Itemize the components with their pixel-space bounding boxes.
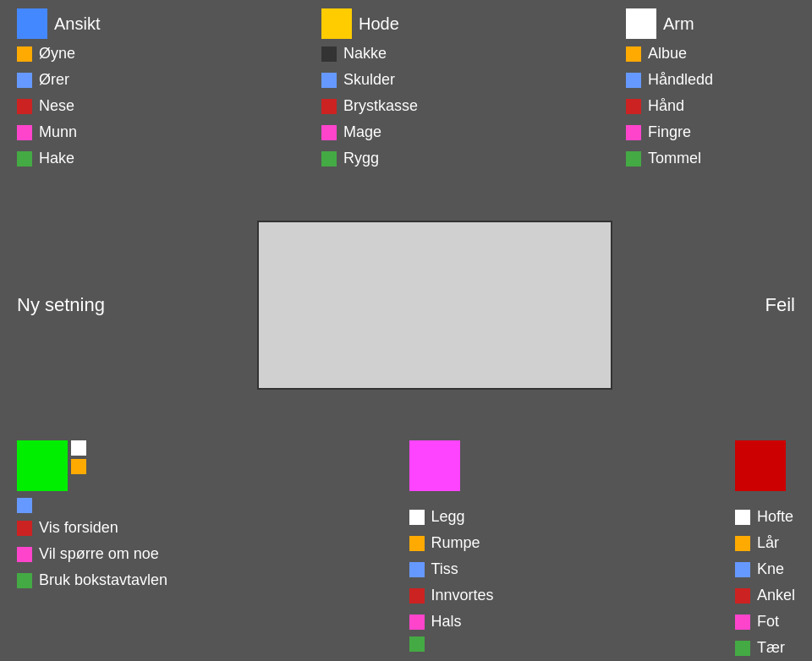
list-item[interactable]: Albue: [626, 42, 795, 65]
bottom-section: Vis forsiden Vil spørre om noe Bruk boks…: [0, 432, 812, 661]
magenta-large-swatch: [409, 440, 460, 491]
top-section: Ansikt Øyne Ører Nese Munn Hake Hode: [0, 0, 812, 178]
green-large-swatch: [17, 440, 68, 491]
list-item[interactable]: Mage: [321, 121, 491, 144]
hode-swatch: [321, 8, 352, 39]
list-item[interactable]: Rygg: [321, 147, 491, 170]
vis-forsiden-item[interactable]: Vis forsiden: [17, 516, 167, 539]
item-label: Håndledd: [648, 68, 713, 91]
brystkasse-swatch: [321, 99, 337, 114]
bruk-bokstavtavlen-item[interactable]: Bruk bokstavtavlen: [17, 569, 167, 592]
item-label: Ansikt: [54, 11, 100, 36]
white-small-swatch: [71, 440, 86, 456]
list-item[interactable]: Hode: [321, 8, 491, 39]
item-label: Skulder: [343, 68, 395, 91]
innvortes-swatch: [409, 588, 425, 604]
innvortes-item[interactable]: Innvortes: [409, 584, 494, 607]
tommel-swatch: [626, 151, 641, 167]
item-label: Ører: [39, 68, 69, 91]
ankel-item[interactable]: Ankel: [735, 584, 795, 607]
taer-item[interactable]: Tær: [735, 636, 795, 659]
canvas-area[interactable]: [257, 221, 612, 390]
list-item[interactable]: Nakke: [321, 42, 491, 65]
list-item[interactable]: Hånd: [626, 95, 795, 117]
ankel-swatch: [735, 588, 750, 604]
kne-item[interactable]: Kne: [735, 558, 795, 581]
list-item[interactable]: Tommel: [626, 147, 795, 170]
hofte-item[interactable]: Hofte: [735, 505, 795, 528]
mage-swatch: [321, 125, 337, 140]
item-label: Vis forsiden: [39, 516, 118, 539]
hake-swatch: [17, 151, 32, 167]
list-item[interactable]: Nese: [17, 95, 186, 117]
list-item[interactable]: Ansikt: [17, 8, 186, 39]
nese-swatch: [17, 99, 32, 114]
lar-item[interactable]: Lår: [735, 532, 795, 554]
taer-swatch: [735, 641, 750, 656]
item-label: Tiss: [431, 558, 458, 581]
bottom-col1: Vis forsiden Vil spørre om noe Bruk boks…: [17, 440, 167, 659]
item-label: Vil spørre om noe: [39, 543, 159, 565]
middle-section: Ny setning Feil: [0, 195, 812, 415]
vis-forsiden-swatch: [17, 521, 32, 536]
item-label: Albue: [648, 42, 687, 65]
item-label: Nakke: [343, 42, 387, 65]
rumpe-item[interactable]: Rumpe: [409, 532, 494, 554]
list-item[interactable]: Øyne: [17, 42, 186, 65]
arm-swatch: [626, 8, 656, 39]
list-item[interactable]: Ører: [17, 68, 186, 91]
hals-item[interactable]: Hals: [409, 610, 494, 633]
bottom-green-swatch: [409, 636, 425, 652]
item-label: Hånd: [648, 95, 684, 117]
item-label: Munn: [39, 121, 77, 144]
tiss-swatch: [409, 562, 425, 577]
vil-sporre-item[interactable]: Vil spørre om noe: [17, 543, 167, 565]
item-label: Nese: [39, 95, 74, 117]
item-label: Hofte: [757, 505, 793, 528]
legg-swatch: [409, 510, 425, 525]
handledd-swatch: [626, 73, 641, 88]
list-item[interactable]: Fingre: [626, 121, 795, 144]
item-label: Øyne: [39, 42, 75, 65]
list-item[interactable]: Håndledd: [626, 68, 795, 91]
item-label: Hode: [359, 11, 399, 36]
lar-swatch: [735, 536, 750, 551]
ny-setning-button[interactable]: Ny setning: [17, 294, 105, 316]
kne-swatch: [735, 562, 750, 577]
item-label: Tær: [757, 636, 785, 659]
col1: Ansikt Øyne Ører Nese Munn Hake: [17, 8, 186, 170]
item-label: Fot: [757, 610, 779, 633]
rumpe-swatch: [409, 536, 425, 551]
item-label: Mage: [343, 121, 381, 144]
blue-swatch: [17, 498, 32, 513]
nakke-swatch: [321, 46, 337, 62]
tiss-item[interactable]: Tiss: [409, 558, 494, 581]
item-label: Bruk bokstavtavlen: [39, 569, 167, 592]
item-label: Rumpe: [431, 532, 480, 554]
item-label: Hals: [431, 610, 462, 633]
list-item[interactable]: Hake: [17, 147, 186, 170]
ansikt-swatch: [17, 8, 47, 39]
bottom-green-item[interactable]: [409, 636, 494, 652]
item-label: Innvortes: [431, 584, 494, 607]
col3: Arm Albue Håndledd Hånd Fingre Tommel: [626, 8, 795, 170]
list-item[interactable]: Munn: [17, 121, 186, 144]
col2: Hode Nakke Skulder Brystkasse Mage Rygg: [321, 8, 491, 170]
bottom-col2: Legg Rumpe Tiss Innvortes Hals: [409, 440, 494, 659]
item-label: Fingre: [648, 121, 691, 144]
red-large-swatch: [735, 440, 786, 491]
fot-swatch: [735, 615, 750, 630]
list-item[interactable]: Arm: [626, 8, 795, 39]
hofte-swatch: [735, 510, 750, 525]
item-label: Arm: [663, 11, 694, 36]
list-item[interactable]: [17, 498, 167, 513]
list-item[interactable]: Brystkasse: [321, 95, 491, 117]
feil-button[interactable]: Feil: [765, 294, 795, 316]
oyne-swatch: [17, 46, 32, 62]
item-label: Kne: [757, 558, 784, 581]
item-label: Brystkasse: [343, 95, 418, 117]
item-label: Lår: [757, 532, 779, 554]
fot-item[interactable]: Fot: [735, 610, 795, 633]
legg-item[interactable]: Legg: [409, 505, 494, 528]
list-item[interactable]: Skulder: [321, 68, 491, 91]
